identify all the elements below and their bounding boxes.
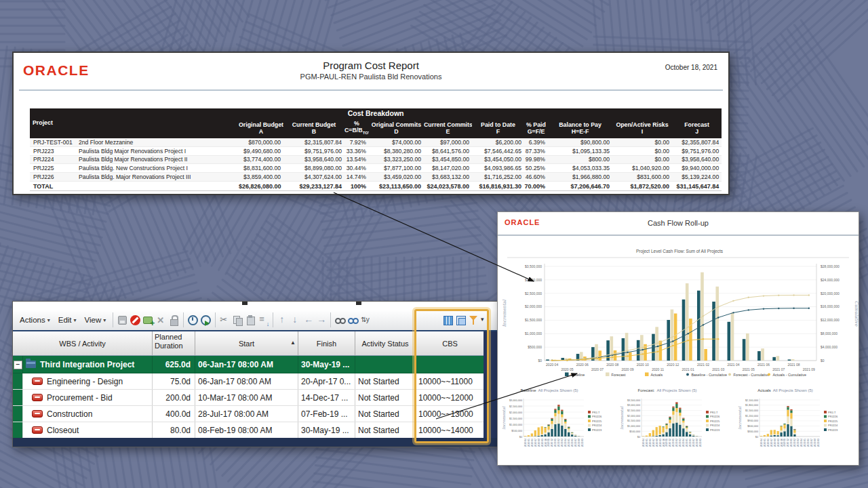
cbs-cell[interactable]: 10000~~11000: [416, 373, 485, 390]
p6-toolbar: Actions▾Edit▾View▾: [13, 310, 499, 331]
chevron-down-icon: ▾: [47, 317, 50, 323]
status-cell[interactable]: [355, 356, 416, 373]
activity-name: Closeout: [47, 426, 79, 435]
paste-icon[interactable]: [245, 314, 256, 326]
chart-title-suffix: All Projects Shown (5): [773, 388, 813, 392]
duration-cell[interactable]: 75.0d: [153, 373, 195, 390]
start-cell[interactable]: 28-Jul-17 08:00 AM: [195, 406, 298, 422]
svg-text:2020 09: 2020 09: [621, 367, 633, 371]
activity-row[interactable]: Closeout80.0d08-Feb-19 08:00 AM30-May-19…: [13, 422, 485, 439]
activity-name-cell[interactable]: Construction: [23, 406, 153, 422]
cost-value: $1,716,252.00: [472, 173, 524, 182]
cut-icon[interactable]: [219, 314, 231, 326]
cost-value: 7.92%: [344, 138, 369, 146]
lock-icon[interactable]: [168, 314, 180, 326]
status-cell[interactable]: Not Started: [355, 406, 416, 422]
cost-value: $8,147,020.00: [424, 164, 472, 173]
status-cell[interactable]: Not Started: [355, 422, 416, 439]
start-cell[interactable]: 06-Jan-17 08:00 AM: [195, 356, 298, 373]
duration-cell[interactable]: 80.0d: [153, 422, 195, 439]
level-resources-icon[interactable]: [200, 314, 212, 326]
menu-actions[interactable]: Actions▾: [16, 316, 54, 324]
svg-text:2020 09: 2020 09: [659, 439, 662, 447]
cost-value: $800.00: [548, 155, 612, 164]
column-header-finish[interactable]: Finish: [298, 331, 355, 356]
svg-text:2020 07: 2020 07: [534, 439, 537, 447]
cancel-icon[interactable]: [130, 314, 141, 326]
find-next-icon[interactable]: [347, 314, 359, 326]
chart-title-suffix: All Projects Shown (5): [538, 388, 578, 392]
start-cell[interactable]: 10-Mar-17 08:00 AM: [195, 390, 298, 406]
collapse-icon[interactable]: −: [14, 361, 22, 369]
activity-icon: [32, 426, 43, 434]
start-cell[interactable]: 06-Jan-17 08:00 AM: [195, 373, 298, 390]
toolbar-group-2: [186, 314, 212, 326]
cost-value: $870,000.00: [239, 138, 283, 146]
total-value: [79, 181, 239, 191]
activity-name-cell[interactable]: Procurement - Bid: [23, 390, 153, 406]
cbs-cell[interactable]: [416, 356, 485, 373]
activity-name: Engineering - Design: [47, 377, 123, 386]
column-header-cbs[interactable]: CBS: [416, 331, 485, 356]
duration-cell[interactable]: 400.0d: [153, 406, 195, 422]
column-header-start[interactable]: Start▲: [195, 331, 298, 356]
svg-text:2020 05: 2020 05: [764, 439, 766, 447]
svg-text:2021 07: 2021 07: [810, 439, 813, 447]
svg-text:Incremental: Incremental: [502, 300, 507, 327]
cbs-cell[interactable]: 10000~~13000: [416, 406, 485, 422]
svg-text:PRJ-T: PRJ-T: [710, 411, 718, 414]
cbs-cell[interactable]: 10000~~14000: [416, 422, 485, 439]
finish-cell[interactable]: 30-May-19 ...: [298, 422, 355, 439]
filter-caret-icon[interactable]: [481, 314, 486, 326]
toolbar-separator: [330, 312, 331, 327]
finish-cell[interactable]: 20-Apr-17 0...: [298, 373, 355, 390]
search-replace-icon[interactable]: [360, 314, 372, 326]
move-up-icon[interactable]: [277, 314, 288, 326]
duration-cell[interactable]: 200.0d: [153, 390, 195, 406]
project-id: PRJ226: [30, 173, 79, 182]
find-icon[interactable]: [334, 314, 346, 326]
finish-cell[interactable]: 30-May-19 ...: [298, 356, 355, 373]
cost-breakdown-band: Cost Breakdown: [30, 108, 722, 118]
svg-text:$500,000: $500,000: [528, 345, 542, 349]
svg-text:PRJ225: PRJ225: [710, 420, 720, 423]
activity-name-cell[interactable]: Closeout: [23, 422, 153, 439]
add-row-icon[interactable]: [142, 314, 154, 326]
start-cell[interactable]: 08-Feb-19 08:00 AM: [195, 422, 298, 439]
status-cell[interactable]: Not Started: [355, 390, 416, 406]
svg-text:2021 08: 2021 08: [696, 439, 698, 447]
menu-view[interactable]: View▾: [81, 316, 111, 324]
schedule-icon[interactable]: [187, 314, 199, 326]
move-down-icon[interactable]: [290, 314, 301, 326]
activity-row[interactable]: Procurement - Bid200.0d10-Mar-17 08:00 A…: [13, 390, 485, 406]
columns-icon[interactable]: [442, 314, 454, 326]
group-sort-icon[interactable]: [455, 314, 467, 326]
wbs-row[interactable]: −Third Integration Project625.0d06-Jan-1…: [13, 356, 485, 373]
duration-cell[interactable]: 625.0d: [153, 356, 195, 373]
svg-text:2020 10: 2020 10: [781, 439, 783, 447]
menu-edit[interactable]: Edit▾: [54, 316, 81, 324]
activity-name-cell[interactable]: Engineering - Design: [23, 373, 153, 390]
cost-row: PRJ224Paulista Bldg Major Renovations Pr…: [30, 155, 722, 164]
save-icon[interactable]: [117, 314, 128, 326]
column-header-planned-duration[interactable]: Planned Duration: [153, 331, 195, 356]
activity-row[interactable]: Construction400.0d28-Jul-17 08:00 AM07-F…: [13, 406, 485, 422]
finish-cell[interactable]: 07-Feb-19 ...: [298, 406, 355, 422]
copy-icon[interactable]: [232, 314, 243, 326]
delete-icon[interactable]: [155, 314, 167, 326]
activity-row[interactable]: Engineering - Design75.0d06-Jan-17 08:00…: [13, 373, 485, 390]
svg-text:2020 09: 2020 09: [777, 439, 780, 447]
move-right-icon[interactable]: [315, 314, 327, 326]
cbs-cell[interactable]: 10000~~12000: [416, 390, 485, 406]
hierarchy-cell[interactable]: −: [13, 356, 23, 373]
move-left-icon[interactable]: [302, 314, 314, 326]
column-header-activity-status[interactable]: Activity Status: [355, 331, 416, 356]
svg-text:2021 07: 2021 07: [574, 439, 577, 447]
filter-icon[interactable]: [468, 314, 479, 326]
activities-table[interactable]: WBS / ActivityPlanned DurationStart▲Fini…: [13, 331, 485, 439]
status-cell[interactable]: Not Started: [355, 373, 416, 390]
wbs-name-cell[interactable]: Third Integration Project: [23, 356, 153, 373]
column-header-wbs-activity[interactable]: WBS / Activity: [13, 331, 153, 356]
finish-cell[interactable]: 14-Dec-17 ...: [298, 390, 355, 406]
fill-down-icon[interactable]: [258, 314, 269, 326]
